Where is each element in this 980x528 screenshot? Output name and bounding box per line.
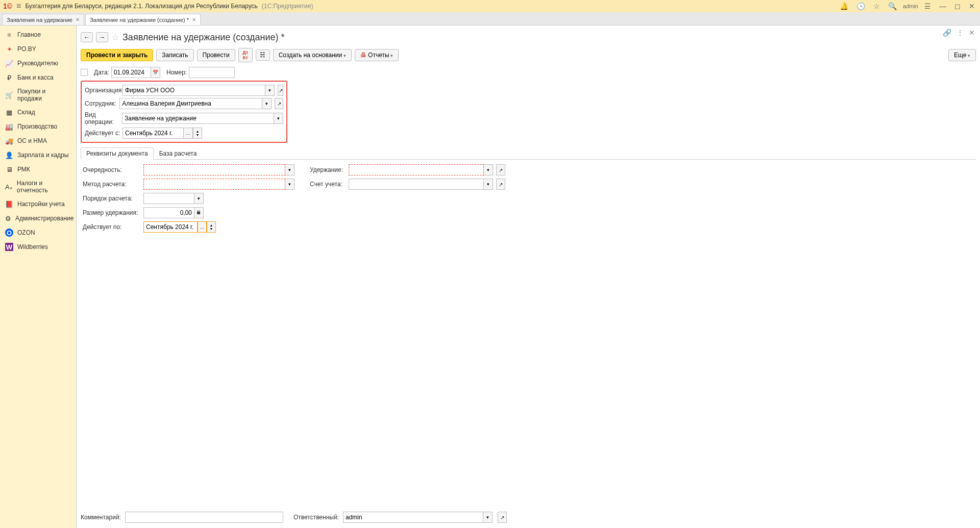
dropdown-icon[interactable]: ▾ — [484, 164, 493, 175]
method-input[interactable] — [143, 179, 285, 190]
valid-from-label: Действует с: — [85, 130, 120, 137]
calculator-icon[interactable]: 🖩 — [194, 207, 204, 218]
reports-button[interactable]: 🖶 Отчеты — [355, 49, 399, 61]
dropdown-icon[interactable]: ▾ — [483, 512, 493, 523]
order-input[interactable] — [143, 193, 194, 204]
valid-from-input[interactable] — [122, 128, 184, 139]
number-input[interactable] — [189, 67, 235, 78]
tab-base[interactable]: База расчета — [154, 147, 203, 160]
sidebar-item-ozon[interactable]: OOZON — [0, 225, 76, 240]
ozon-icon: O — [5, 229, 13, 237]
open-ref-icon[interactable]: ↗ — [498, 512, 507, 523]
sidebar-item-sales[interactable]: 🛒Покупки и продажи — [0, 85, 76, 105]
withholding-input[interactable] — [349, 164, 484, 175]
dropdown-icon[interactable]: ▾ — [194, 193, 204, 204]
org-input[interactable] — [122, 85, 265, 96]
post-button[interactable]: Провести — [197, 49, 235, 61]
star-icon[interactable]: ☆ — [111, 32, 119, 43]
settings-icon[interactable]: ☰ — [922, 2, 933, 10]
dropdown-icon[interactable]: ▾ — [265, 85, 275, 96]
open-ref-icon[interactable]: ↗ — [496, 164, 505, 175]
tab-close-icon[interactable]: ✕ — [76, 17, 80, 22]
back-button[interactable]: ← — [81, 32, 93, 42]
create-based-button[interactable]: Создать на основании — [273, 49, 352, 61]
status-icon — [81, 69, 88, 76]
tab-close-icon[interactable]: ✕ — [192, 17, 196, 22]
sidebar-item-production[interactable]: 🏭Производство — [0, 119, 76, 134]
amount-label: Размер удержания: — [83, 209, 141, 216]
sidebar-label: Администрирование — [15, 215, 74, 222]
user-name[interactable]: admin — [903, 3, 918, 9]
sidebar-label: Банк и касса — [17, 74, 54, 81]
valid-to-input[interactable] — [143, 221, 198, 233]
sidebar-item-hr[interactable]: 👤Зарплата и кадры — [0, 148, 76, 162]
dt-kt-button[interactable]: ДтКт — [238, 48, 253, 62]
amount-input[interactable] — [143, 207, 194, 218]
maximize-icon[interactable]: ◻ — [952, 2, 963, 10]
sidebar-item-bank[interactable]: ₽Банк и касса — [0, 70, 76, 85]
dropdown-icon[interactable]: ▾ — [285, 179, 295, 190]
structure-button[interactable]: ☵ — [256, 49, 270, 61]
date-input[interactable] — [111, 67, 151, 78]
more-icon[interactable]: ⋮ — [957, 29, 964, 37]
op-type-input[interactable] — [122, 113, 274, 124]
employee-input[interactable] — [119, 98, 262, 109]
open-ref-icon[interactable]: ↗ — [278, 85, 283, 96]
priority-input[interactable] — [143, 164, 285, 175]
minimize-icon[interactable]: — — [937, 2, 948, 10]
search-icon[interactable]: 🔍 — [886, 2, 899, 10]
post-close-button[interactable]: Провести и закрыть — [81, 49, 153, 61]
favorites-icon[interactable]: ☆ — [871, 2, 882, 10]
save-button[interactable]: Записать — [156, 49, 193, 61]
sidebar-item-settings[interactable]: 📕Настройки учета — [0, 197, 76, 211]
sidebar-label: Производство — [17, 123, 57, 130]
history-icon[interactable]: 🕓 — [854, 2, 867, 10]
sidebar-item-warehouse[interactable]: ▦Склад — [0, 105, 76, 119]
close-content-icon[interactable]: ✕ — [969, 29, 975, 37]
sidebar-item-tax[interactable]: AₓНалоги и отчетность — [0, 177, 76, 197]
sidebar-item-wb[interactable]: WWildberries — [0, 240, 76, 254]
op-type-label: Вид операции: — [85, 111, 120, 125]
dropdown-icon[interactable]: ▾ — [285, 164, 295, 175]
calendar-icon[interactable]: 📅 — [151, 67, 160, 78]
sidebar-item-admin[interactable]: ⚙Администрирование — [0, 211, 76, 225]
ellipsis-icon[interactable]: … — [184, 128, 193, 139]
chart-icon: 📈 — [5, 59, 13, 67]
close-icon[interactable]: ✕ — [967, 2, 977, 10]
footer-row: Комментарий: Ответственный: ▾ ↗ — [81, 512, 976, 523]
open-ref-icon[interactable]: ↗ — [496, 179, 505, 190]
employee-label: Сотрудник: — [85, 100, 117, 107]
link-icon[interactable]: 🔗 — [943, 29, 951, 37]
comment-input[interactable] — [125, 512, 283, 523]
comment-label: Комментарий: — [81, 514, 121, 521]
sidebar-label: ОС и НМА — [17, 137, 47, 144]
responsible-input[interactable] — [343, 512, 483, 523]
tab-form[interactable]: Заявление на удержание (создание) * ✕ — [85, 14, 201, 25]
sidebar-item-assets[interactable]: 🚚ОС и НМА — [0, 134, 76, 148]
tab-details[interactable]: Реквизиты документа — [81, 147, 154, 160]
spinner-icon[interactable]: ▲▼ — [207, 221, 216, 233]
order-label: Порядок расчета: — [83, 195, 141, 202]
forward-button[interactable]: → — [96, 32, 108, 42]
dropdown-icon[interactable]: ▾ — [274, 113, 283, 124]
notifications-icon[interactable]: 🔔 — [838, 2, 850, 10]
dropdown-icon[interactable]: ▾ — [484, 179, 493, 190]
open-ref-icon[interactable]: ↗ — [275, 98, 283, 109]
pos-icon: 🖥 — [5, 165, 13, 173]
sidebar-item-poby[interactable]: ✦PO.BY — [0, 42, 76, 56]
person-icon: 👤 — [5, 151, 13, 159]
ellipsis-icon[interactable]: … — [198, 221, 207, 233]
menu-icon[interactable]: ≡ — [16, 2, 21, 11]
tab-list[interactable]: Заявления на удержание ✕ — [2, 14, 84, 25]
sidebar: ≡Главное ✦PO.BY 📈Руководителю ₽Банк и ка… — [0, 26, 77, 528]
dropdown-icon[interactable]: ▾ — [262, 98, 272, 109]
org-label: Организация: — [85, 87, 120, 94]
spinner-icon[interactable]: ▲▼ — [193, 128, 202, 139]
more-button[interactable]: Еще — [948, 49, 976, 61]
sidebar-item-main[interactable]: ≡Главное — [0, 28, 76, 42]
sidebar-item-manager[interactable]: 📈Руководителю — [0, 56, 76, 70]
withholding-label: Удержание: — [310, 166, 347, 173]
sidebar-item-rmk[interactable]: 🖥РМК — [0, 162, 76, 177]
account-input[interactable] — [349, 179, 484, 190]
tab-label: Заявление на удержание (создание) * — [90, 17, 189, 23]
